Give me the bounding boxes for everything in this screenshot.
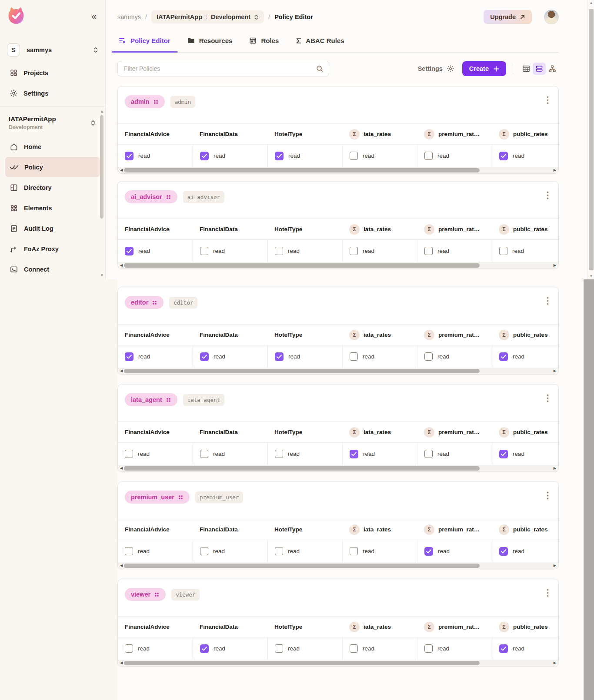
scroll-left-icon[interactable]: ◀ bbox=[120, 466, 123, 471]
permission-checkbox[interactable] bbox=[125, 152, 133, 160]
permission-checkbox[interactable] bbox=[275, 247, 283, 255]
scroll-down-icon[interactable]: ▼ bbox=[100, 273, 104, 278]
scroll-down-icon[interactable]: ▼ bbox=[588, 274, 594, 279]
permission-checkbox[interactable] bbox=[125, 644, 133, 653]
table-view-button[interactable] bbox=[520, 63, 533, 75]
horizontal-scroll-thumb[interactable] bbox=[124, 661, 480, 665]
horizontal-scrollbar[interactable]: ◀▶ bbox=[118, 465, 558, 471]
permission-checkbox[interactable] bbox=[424, 247, 433, 255]
card-menu-button[interactable] bbox=[544, 190, 551, 200]
permission-checkbox[interactable] bbox=[499, 450, 508, 458]
horizontal-scrollbar[interactable]: ◀▶ bbox=[118, 368, 558, 374]
scroll-right-icon[interactable]: ▶ bbox=[554, 263, 556, 268]
role-pill-iata_agent[interactable]: iata_agent bbox=[125, 393, 177, 406]
sidebar-item-directory[interactable]: Directory bbox=[5, 177, 100, 198]
scroll-right-icon[interactable]: ▶ bbox=[554, 660, 556, 666]
sidebar-item-policy[interactable]: Policy bbox=[5, 157, 100, 177]
card-menu-button[interactable] bbox=[544, 491, 551, 501]
hierarchy-view-button[interactable] bbox=[546, 63, 559, 75]
horizontal-scroll-thumb[interactable] bbox=[124, 564, 480, 568]
permission-checkbox[interactable] bbox=[275, 352, 284, 361]
horizontal-scroll-thumb[interactable] bbox=[124, 369, 480, 373]
filter-policies-input[interactable] bbox=[123, 65, 316, 73]
card-menu-button[interactable] bbox=[544, 393, 551, 403]
permission-checkbox[interactable] bbox=[200, 352, 209, 361]
role-pill-admin[interactable]: admin bbox=[125, 95, 165, 108]
list-view-button[interactable] bbox=[533, 63, 546, 75]
tab-abac-rules[interactable]: ABAC Rules bbox=[294, 35, 345, 52]
page-scroll-thumb-lower[interactable] bbox=[584, 279, 594, 700]
scroll-left-icon[interactable]: ◀ bbox=[120, 368, 123, 374]
permission-checkbox[interactable] bbox=[200, 450, 208, 458]
scroll-left-icon[interactable]: ◀ bbox=[120, 563, 123, 568]
permission-checkbox[interactable] bbox=[275, 450, 283, 458]
scroll-right-icon[interactable]: ▶ bbox=[554, 466, 556, 471]
permission-checkbox[interactable] bbox=[350, 644, 358, 653]
permission-checkbox[interactable] bbox=[350, 450, 358, 458]
sidebar-item-audit-log[interactable]: Audit Log bbox=[5, 218, 100, 239]
horizontal-scroll-thumb[interactable] bbox=[124, 466, 480, 471]
scroll-left-icon[interactable]: ◀ bbox=[120, 168, 123, 173]
sidebar-item-foaz-proxy[interactable]: FoAz Proxy bbox=[5, 239, 100, 259]
scroll-right-icon[interactable]: ▶ bbox=[554, 368, 556, 374]
horizontal-scrollbar[interactable]: ◀▶ bbox=[118, 167, 558, 173]
permission-checkbox[interactable] bbox=[350, 152, 358, 160]
scroll-right-icon[interactable]: ▶ bbox=[554, 563, 556, 568]
sidebar-scroll-thumb[interactable] bbox=[100, 115, 103, 219]
role-pill-ai_advisor[interactable]: ai_advisor bbox=[125, 190, 177, 203]
permission-checkbox[interactable] bbox=[200, 247, 208, 255]
page-scroll-thumb[interactable] bbox=[589, 9, 594, 270]
tab-resources[interactable]: Resources bbox=[186, 35, 234, 52]
role-pill-premium_user[interactable]: premium_user bbox=[125, 491, 190, 504]
permission-checkbox[interactable] bbox=[424, 450, 433, 458]
scroll-right-icon[interactable]: ▶ bbox=[554, 168, 556, 173]
scroll-left-icon[interactable]: ◀ bbox=[120, 263, 123, 268]
workspace-selector[interactable]: S sammys bbox=[7, 43, 98, 56]
permission-checkbox[interactable] bbox=[200, 644, 209, 653]
sidebar-collapse-icon[interactable]: « bbox=[91, 11, 97, 20]
card-menu-button[interactable] bbox=[544, 95, 551, 105]
policy-settings-button[interactable]: Settings bbox=[418, 65, 454, 73]
tab-roles[interactable]: Roles bbox=[248, 35, 280, 52]
permission-checkbox[interactable] bbox=[275, 152, 284, 160]
horizontal-scrollbar[interactable]: ◀▶ bbox=[118, 562, 558, 569]
horizontal-scroll-thumb[interactable] bbox=[124, 168, 480, 173]
scroll-up-icon[interactable]: ▲ bbox=[588, 1, 594, 5]
card-menu-button[interactable] bbox=[544, 588, 551, 598]
permission-checkbox[interactable] bbox=[200, 152, 209, 160]
permission-checkbox[interactable] bbox=[499, 547, 508, 556]
page-scrollbar[interactable]: ▲ ▼ bbox=[587, 0, 594, 279]
scroll-up-icon[interactable]: ▲ bbox=[100, 109, 104, 114]
create-policy-button[interactable]: Create bbox=[462, 61, 506, 76]
horizontal-scrollbar[interactable]: ◀▶ bbox=[118, 262, 558, 269]
permission-checkbox[interactable] bbox=[499, 247, 507, 255]
permission-checkbox[interactable] bbox=[125, 352, 133, 361]
breadcrumb-workspace[interactable]: sammys bbox=[117, 13, 141, 20]
permission-checkbox[interactable] bbox=[499, 352, 508, 361]
permission-checkbox[interactable] bbox=[125, 450, 133, 458]
horizontal-scroll-thumb[interactable] bbox=[124, 263, 480, 268]
permission-checkbox[interactable] bbox=[275, 547, 283, 555]
permission-checkbox[interactable] bbox=[424, 644, 433, 653]
permission-checkbox[interactable] bbox=[424, 547, 433, 556]
card-menu-button[interactable] bbox=[544, 296, 551, 306]
sidebar-item-settings[interactable]: Settings bbox=[5, 83, 100, 103]
upgrade-button[interactable]: Upgrade bbox=[484, 10, 532, 24]
sidebar-item-connect[interactable]: Connect bbox=[5, 259, 100, 279]
role-pill-viewer[interactable]: viewer bbox=[125, 588, 166, 601]
permission-checkbox[interactable] bbox=[424, 152, 433, 160]
sidebar-scrollbar[interactable]: ▲ ▼ bbox=[100, 109, 104, 278]
permission-checkbox[interactable] bbox=[200, 547, 208, 555]
breadcrumb-project-env-selector[interactable]: IATAPermitApp : Development bbox=[151, 10, 264, 23]
sidebar-item-projects[interactable]: Projects bbox=[5, 63, 100, 83]
permission-checkbox[interactable] bbox=[125, 547, 133, 555]
permission-checkbox[interactable] bbox=[499, 644, 508, 653]
role-pill-editor[interactable]: editor bbox=[125, 296, 164, 309]
tab-policy-editor[interactable]: Policy Editor bbox=[117, 35, 171, 52]
permission-checkbox[interactable] bbox=[350, 547, 358, 555]
permission-checkbox[interactable] bbox=[350, 247, 358, 255]
user-avatar[interactable] bbox=[544, 10, 559, 24]
permission-checkbox[interactable] bbox=[125, 247, 133, 255]
sidebar-item-elements[interactable]: Elements bbox=[5, 198, 100, 218]
permission-checkbox[interactable] bbox=[499, 152, 508, 160]
